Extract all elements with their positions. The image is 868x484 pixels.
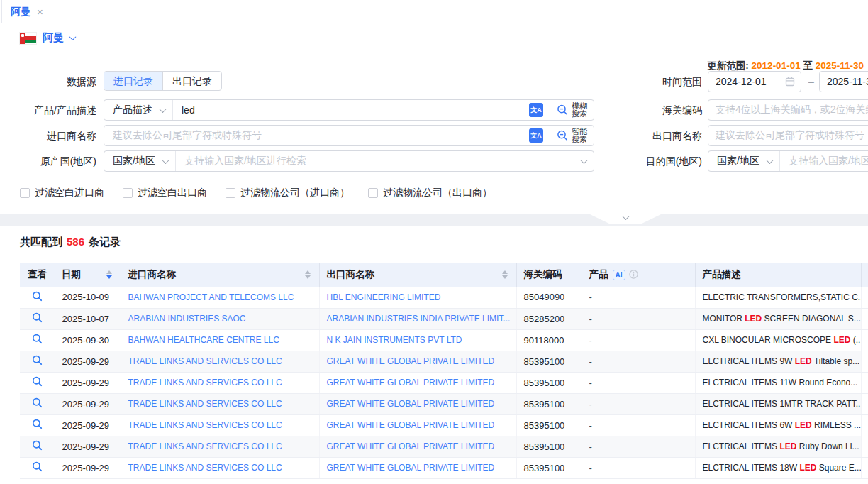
hs-code-cell: 85395100 bbox=[516, 372, 582, 393]
origin-country-input[interactable]: 支持输入国家/地区进行检索 bbox=[176, 155, 577, 167]
product-cell: - bbox=[582, 308, 695, 329]
importer-link[interactable]: TRADE LINKS AND SERVICES CO LLC bbox=[121, 436, 319, 457]
exporter-link[interactable]: GREAT WHITE GLOBAL PRIVATE LIMITED bbox=[319, 414, 516, 436]
importer-link[interactable]: TRADE LINKS AND SERVICES CO LLC bbox=[121, 372, 319, 393]
filter-checkbox[interactable]: 过滤物流公司（进口商） bbox=[226, 187, 350, 199]
importer-link[interactable]: ARABIAN INDUSTRIES SAOC bbox=[121, 308, 319, 329]
product-type-select[interactable]: 产品描述 bbox=[104, 100, 173, 120]
col-hs-code: 海关编码 bbox=[516, 263, 582, 287]
magnifier-icon bbox=[32, 461, 43, 472]
calendar-icon bbox=[785, 77, 795, 87]
importer-link[interactable]: TRADE LINKS AND SERVICES CO LLC bbox=[121, 351, 319, 372]
table-row: 2025-09-29 TRADE LINKS AND SERVICES CO L… bbox=[20, 414, 868, 436]
col-importer: 进口商名称 bbox=[121, 263, 319, 287]
info-icon[interactable] bbox=[629, 270, 638, 279]
exporter-link[interactable]: GREAT WHITE GLOBAL PRIVATE LIMITED bbox=[319, 457, 516, 478]
importer-input[interactable]: 建议去除公司尾部字符或特殊符号 bbox=[104, 129, 525, 142]
importer-link[interactable]: BAHWAN PROJECT AND TELECOMS LLC bbox=[121, 287, 319, 308]
exporter-link[interactable]: N K JAIN INSTRUMENTS PVT LTD bbox=[319, 329, 516, 351]
exporter-link[interactable]: GREAT WHITE GLOBAL PRIVATE LIMITED bbox=[319, 393, 516, 414]
col-product: 产品AI bbox=[582, 263, 695, 287]
scrollbar-gutter[interactable] bbox=[861, 287, 868, 308]
view-record-button[interactable] bbox=[20, 393, 55, 414]
checkbox-icon[interactable] bbox=[368, 188, 378, 198]
country-selector[interactable]: 阿曼 bbox=[20, 31, 75, 45]
translate-icon[interactable]: 文A bbox=[529, 103, 543, 117]
origin-input-group: 国家/地区 支持输入国家/地区进行检索 bbox=[104, 150, 594, 172]
exporter-link[interactable]: HBL ENGINEERING LIMITED bbox=[319, 287, 516, 308]
view-record-button[interactable] bbox=[20, 329, 55, 351]
date-to-input[interactable]: 2025-11-30 bbox=[819, 71, 868, 92]
scrollbar-gutter[interactable] bbox=[861, 308, 868, 329]
origin-country-select[interactable]: 国家/地区 bbox=[104, 151, 176, 171]
hs-code-input[interactable]: 支持4位以上海关编码，或2位海关编码加 bbox=[708, 99, 868, 121]
ai-badge: AI bbox=[613, 270, 625, 280]
scrollbar-gutter[interactable] bbox=[861, 329, 868, 351]
page: 阿曼 × 阿曼 数据源 进口记录 出口记录 产品/产品描述 产品描述 led 文… bbox=[0, 0, 868, 484]
checkbox-icon[interactable] bbox=[123, 188, 133, 198]
chevron-down-icon bbox=[160, 106, 167, 113]
scrollbar-gutter[interactable] bbox=[861, 457, 868, 478]
table-header-row: 查看 日期 进口商名称 bbox=[20, 263, 868, 287]
checkbox-icon[interactable] bbox=[226, 188, 235, 198]
fuzzy-search-button[interactable]: 模糊搜索 bbox=[550, 102, 594, 119]
description-cell: ELCTRICAL ITEMS 1MTR TRACK PATT... bbox=[695, 393, 861, 414]
results-summary: 共匹配到586条记录 bbox=[20, 236, 868, 249]
date-cell: 2025-09-29 bbox=[55, 414, 121, 436]
view-record-button[interactable] bbox=[20, 372, 55, 393]
filter-checkbox[interactable]: 过滤空白进口商 bbox=[20, 187, 104, 199]
exporter-input[interactable]: 建议去除公司尾部字符或特殊符号 bbox=[708, 125, 868, 146]
hs-code-cell: 85395100 bbox=[516, 351, 582, 372]
table-row: 2025-09-29 TRADE LINKS AND SERVICES CO L… bbox=[20, 436, 868, 457]
sort-date[interactable] bbox=[106, 270, 112, 279]
date-from-input[interactable]: 2024-12-01 bbox=[708, 71, 801, 92]
description-cell: CXL BINOCULAR MICROSCOPE LED (... bbox=[695, 329, 861, 351]
close-icon[interactable]: × bbox=[37, 6, 43, 17]
filter-checkbox-row: 过滤空白进口商 过滤空白出口商 过滤物流公司（进口商） 过滤物流公司（出口商） bbox=[20, 187, 492, 199]
exporter-link[interactable]: GREAT WHITE GLOBAL PRIVATE LIMITED bbox=[319, 436, 516, 457]
view-record-button[interactable] bbox=[20, 308, 55, 329]
scrollbar-gutter[interactable] bbox=[861, 414, 868, 436]
destination-country-select[interactable]: 国家/地区 bbox=[708, 151, 780, 171]
date-cell: 2025-10-07 bbox=[55, 308, 121, 329]
product-search-input[interactable]: led bbox=[173, 104, 525, 116]
destination-input-group: 国家/地区 支持输入国家/地区进行 bbox=[708, 150, 868, 172]
importer-link[interactable]: TRADE LINKS AND SERVICES CO LLC bbox=[121, 414, 319, 436]
smart-search-button[interactable]: 智能搜索 bbox=[550, 128, 594, 144]
scrollbar-gutter[interactable] bbox=[861, 436, 868, 457]
date-range-dash: – bbox=[806, 71, 817, 92]
tab-export-records[interactable]: 出口记录 bbox=[162, 72, 221, 90]
view-record-button[interactable] bbox=[20, 414, 55, 436]
scrollbar-gutter[interactable] bbox=[861, 351, 868, 372]
sort-importer[interactable] bbox=[305, 270, 311, 279]
view-record-button[interactable] bbox=[20, 436, 55, 457]
exporter-link[interactable]: GREAT WHITE GLOBAL PRIVATE LIMITED bbox=[319, 372, 516, 393]
chevron-down-icon bbox=[162, 157, 169, 164]
results-panel: 共匹配到586条记录 查看 日期 bbox=[0, 226, 868, 484]
scrollbar-gutter[interactable] bbox=[861, 393, 868, 414]
view-record-button[interactable] bbox=[20, 287, 55, 308]
hs-code-cell: 85049090 bbox=[516, 287, 582, 308]
tab-import-records[interactable]: 进口记录 bbox=[104, 72, 162, 90]
table-row: 2025-10-09 BAHWAN PROJECT AND TELECOMS L… bbox=[20, 287, 868, 308]
exporter-link[interactable]: GREAT WHITE GLOBAL PRIVATE LIMITED bbox=[319, 351, 516, 372]
view-record-button[interactable] bbox=[20, 351, 55, 372]
importer-link[interactable]: TRADE LINKS AND SERVICES CO LLC bbox=[121, 457, 319, 478]
col-exporter: 出口商名称 bbox=[319, 263, 516, 287]
exporter-link[interactable]: ARABIAN INDUSTRIES INDIA PRIVATE LIMIT..… bbox=[319, 308, 516, 329]
filter-checkbox[interactable]: 过滤物流公司（出口商） bbox=[368, 187, 492, 199]
scrollbar-gutter[interactable] bbox=[861, 372, 868, 393]
filter-checkbox[interactable]: 过滤空白出口商 bbox=[123, 187, 207, 199]
view-record-button[interactable] bbox=[20, 457, 55, 478]
date-cell: 2025-10-09 bbox=[55, 287, 121, 308]
product-label: 产品/产品描述 bbox=[0, 99, 96, 121]
importer-link[interactable]: TRADE LINKS AND SERVICES CO LLC bbox=[121, 393, 319, 414]
sort-exporter[interactable] bbox=[502, 270, 508, 279]
tab-oman[interactable]: 阿曼 × bbox=[1, 0, 52, 23]
translate-icon[interactable]: 文A bbox=[529, 128, 543, 143]
destination-country-input[interactable]: 支持输入国家/地区进行 bbox=[780, 155, 868, 167]
table-body: 2025-10-09 BAHWAN PROJECT AND TELECOMS L… bbox=[20, 287, 868, 478]
importer-label: 进口商名称 bbox=[0, 125, 96, 146]
checkbox-icon[interactable] bbox=[20, 188, 30, 198]
importer-link[interactable]: BAHWAN HEALTHCARE CENTRE LLC bbox=[121, 329, 319, 351]
